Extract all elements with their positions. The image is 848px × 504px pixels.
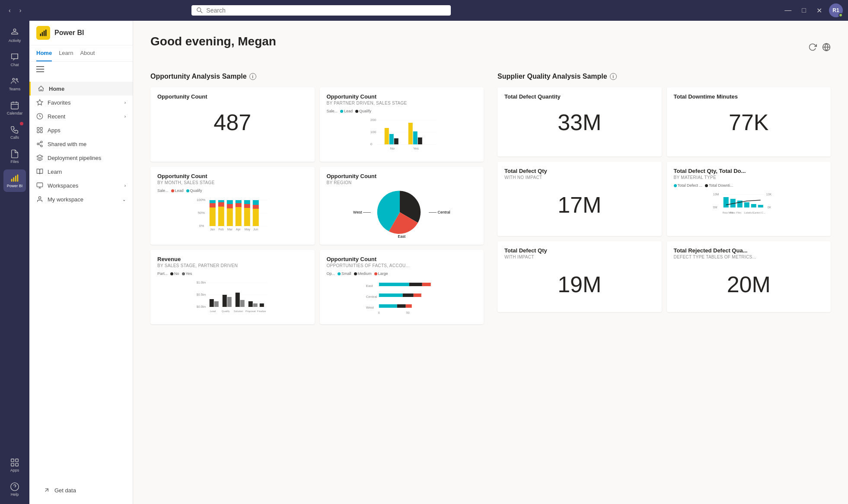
- main-content: Good evening, Megan Opportunity Analysis…: [133, 21, 848, 504]
- svg-rect-50: [394, 138, 398, 144]
- card-opp-facts-title: Opportunity Count: [327, 256, 477, 262]
- nav-apps-label: Apps: [48, 127, 61, 134]
- svg-rect-94: [223, 295, 227, 307]
- nav-item-home[interactable]: Home: [29, 82, 133, 96]
- svg-text:Feb: Feb: [219, 228, 224, 231]
- svg-rect-53: [418, 137, 422, 144]
- nav-item-favorites[interactable]: Favorites ›: [29, 96, 133, 109]
- svg-text:Mar: Mar: [227, 228, 233, 231]
- svg-rect-11: [17, 175, 19, 182]
- sidebar-item-powerbi[interactable]: Power BI: [3, 169, 26, 192]
- partner-legend: Sale... Lead Qualify: [327, 109, 477, 113]
- svg-rect-30: [40, 131, 42, 133]
- svg-rect-113: [413, 293, 421, 297]
- sidebar-item-help[interactable]: Help: [3, 478, 26, 501]
- card-opp-region-title: Opportunity Count: [327, 173, 477, 179]
- nav-learn-label: Learn: [48, 169, 62, 175]
- svg-rect-126: [723, 197, 728, 207]
- card-opp-count[interactable]: Opportunity Count 487: [150, 87, 315, 162]
- app-body: Activity Chat Teams Calendar Calls: [0, 21, 848, 504]
- sidebar-item-activity[interactable]: Activity: [3, 24, 26, 47]
- nav-item-apps[interactable]: Apps: [29, 123, 133, 137]
- card-rejected-defect-title: Total Rejected Defect Qua...: [674, 247, 824, 254]
- svg-rect-111: [379, 293, 402, 297]
- card-opp-partner-subtitle: BY PARTNER DRIVEN, SALES STAGE: [327, 101, 477, 105]
- svg-rect-64: [210, 200, 216, 203]
- svg-rect-29: [37, 131, 39, 133]
- nav-item-learn[interactable]: Learn: [29, 165, 133, 179]
- card-rejected-defect[interactable]: Total Rejected Defect Qua... DEFECT TYPE…: [667, 241, 831, 312]
- card-opp-month-subtitle: BY MONTH, SALES STAGE: [157, 180, 308, 185]
- region-legend-left: West ——: [353, 210, 371, 214]
- material-chart: 10M 0M 10K 0K: [674, 189, 824, 228]
- card-defect-material-title: Total Defect Qty, Total Do...: [674, 168, 824, 174]
- globe-button[interactable]: [822, 43, 831, 53]
- svg-rect-69: [227, 204, 233, 208]
- svg-rect-100: [260, 303, 264, 307]
- search-input[interactable]: [206, 7, 446, 14]
- svg-rect-92: [210, 299, 214, 307]
- card-total-downtime-value: 77K: [674, 101, 824, 144]
- card-total-downtime[interactable]: Total Downtime Minutes 77K: [667, 87, 831, 156]
- maximize-button[interactable]: □: [798, 5, 810, 16]
- minimize-button[interactable]: —: [781, 5, 795, 16]
- refresh-button[interactable]: [808, 43, 817, 53]
- sidebar-item-chat[interactable]: Chat: [3, 48, 26, 71]
- files-label: Files: [10, 159, 19, 164]
- help-label: Help: [11, 492, 19, 497]
- sidebar-item-calendar[interactable]: Calendar: [3, 97, 26, 119]
- card-opp-facts[interactable]: Opportunity Count OPPORTUNITIES OF FACTS…: [320, 250, 484, 324]
- nav-item-pipelines[interactable]: Deployment pipelines: [29, 151, 133, 165]
- forward-button[interactable]: ›: [16, 5, 25, 16]
- svg-rect-78: [253, 205, 259, 209]
- facts-chart: East Central West: [327, 278, 477, 316]
- nav-item-getdata[interactable]: Get data: [36, 483, 126, 497]
- svg-rect-97: [240, 300, 245, 307]
- powerbi-sidebar: Power BI Home Learn About Home Favorites…: [29, 21, 133, 504]
- svg-rect-66: [218, 202, 224, 207]
- svg-rect-9: [13, 177, 14, 182]
- back-button[interactable]: ‹: [5, 5, 14, 16]
- opportunity-info-icon[interactable]: i: [249, 73, 256, 80]
- hamburger-menu[interactable]: [29, 62, 133, 78]
- nav-item-shared[interactable]: Shared with me: [29, 137, 133, 151]
- tab-about[interactable]: About: [80, 45, 95, 61]
- region-pie-chart: [376, 188, 424, 236]
- supplier-section-title: Supplier Quality Analysis Sample i: [497, 73, 831, 80]
- nav-item-recent[interactable]: Recent ›: [29, 109, 133, 123]
- nav-recent-label: Recent: [48, 113, 65, 120]
- card-opp-region-subtitle: BY REGION: [327, 180, 477, 185]
- card-defect-impact[interactable]: Total Defect Qty WITH IMPACT 19M: [497, 241, 662, 312]
- svg-rect-76: [244, 200, 250, 204]
- supplier-info-icon[interactable]: i: [610, 73, 617, 80]
- tab-home[interactable]: Home: [36, 45, 52, 61]
- card-opp-month[interactable]: Opportunity Count BY MONTH, SALES STAGE …: [150, 167, 315, 245]
- svg-rect-28: [40, 128, 42, 130]
- svg-rect-21: [45, 30, 47, 36]
- teams-label: Teams: [9, 87, 21, 91]
- region-legend-right: —— Central: [429, 210, 450, 214]
- card-defect-noimpact[interactable]: Total Defect Qty WITH NO IMPACT 17M: [497, 162, 662, 236]
- sidebar-item-files[interactable]: Files: [3, 145, 26, 168]
- card-total-defect[interactable]: Total Defect Quantity 33M: [497, 87, 662, 156]
- sidebar-item-apps[interactable]: Apps: [3, 454, 26, 476]
- svg-rect-116: [397, 304, 405, 308]
- tab-learn[interactable]: Learn: [59, 45, 73, 61]
- card-opp-partner[interactable]: Opportunity Count BY PARTNER DRIVEN, SAL…: [320, 87, 484, 162]
- sidebar-item-teams[interactable]: Teams: [3, 73, 26, 95]
- svg-rect-98: [249, 301, 253, 307]
- card-total-defect-value: 33M: [504, 101, 655, 144]
- nav-shared-label: Shared with me: [48, 141, 86, 147]
- get-data-label: Get data: [54, 487, 76, 494]
- card-revenue[interactable]: Revenue BY SALES STAGE, PARTNER DRIVEN P…: [150, 250, 315, 324]
- nav-item-myworkspace[interactable]: My workspace ⌄: [29, 192, 133, 206]
- avatar[interactable]: R1: [829, 3, 843, 17]
- nav-item-workspaces[interactable]: Workspaces ›: [29, 179, 133, 192]
- svg-rect-52: [413, 131, 417, 144]
- close-button[interactable]: ✕: [813, 5, 826, 16]
- card-defect-material[interactable]: Total Defect Qty, Total Do... BY MATERIA…: [667, 162, 831, 236]
- sidebar-item-calls-wrap: Calls: [3, 121, 26, 144]
- svg-rect-112: [402, 293, 413, 297]
- svg-text:0: 0: [378, 311, 379, 314]
- card-opp-region[interactable]: Opportunity Count BY REGION West ——: [320, 167, 484, 245]
